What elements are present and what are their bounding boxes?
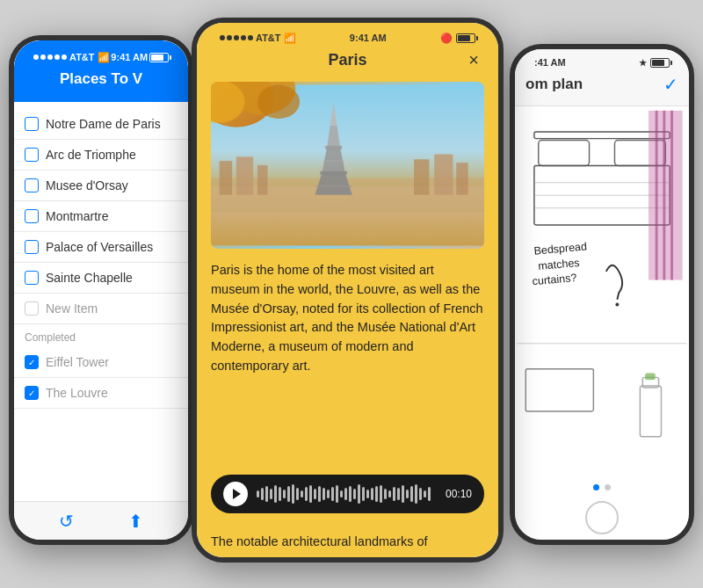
bluetooth-icon: 🔴 bbox=[440, 33, 453, 44]
c-sig-5 bbox=[248, 35, 253, 40]
svg-point-20 bbox=[257, 85, 300, 120]
wave-bar bbox=[274, 485, 277, 503]
audio-player[interactable]: 00:10 bbox=[211, 475, 484, 513]
todo-label-louvre: The Louvre bbox=[46, 386, 108, 400]
todo-label-eiffel: Eiffel Tower bbox=[46, 355, 109, 369]
wave-bar bbox=[393, 487, 395, 501]
todo-louvre[interactable]: The Louvre bbox=[14, 378, 188, 409]
wave-bar bbox=[331, 487, 334, 501]
c-sig-1 bbox=[220, 35, 225, 40]
todo-versailles[interactable]: Palace of Versailles bbox=[14, 232, 188, 263]
right-header: :41 AM ★ om plan ✓ bbox=[515, 49, 689, 106]
signal-dots bbox=[33, 54, 67, 60]
paris-image bbox=[211, 82, 484, 249]
checkbox-musee[interactable] bbox=[25, 178, 39, 192]
svg-point-35 bbox=[615, 303, 619, 307]
checkbox-versailles[interactable] bbox=[25, 240, 39, 254]
right-screen-title: om plan bbox=[525, 76, 583, 93]
scene: AT&T 📶 9:41 AM Places To V bbox=[0, 0, 703, 588]
center-header: AT&T 📶 9:41 AM 🔴 Paris × bbox=[197, 23, 498, 82]
right-battery-fill bbox=[652, 60, 664, 66]
battery-fill bbox=[151, 54, 163, 61]
wave-bar bbox=[279, 487, 281, 501]
center-screen: AT&T 📶 9:41 AM 🔴 Paris × bbox=[197, 23, 498, 557]
right-screen: :41 AM ★ om plan ✓ bbox=[515, 49, 689, 540]
c-sig-4 bbox=[241, 35, 246, 40]
upload-icon[interactable]: ⬆ bbox=[128, 511, 143, 532]
left-phone: AT&T 📶 9:41 AM Places To V bbox=[9, 35, 193, 545]
svg-rect-3 bbox=[220, 161, 232, 195]
battery bbox=[149, 53, 169, 62]
wave-bar bbox=[336, 485, 338, 503]
pager-dot-2 bbox=[605, 484, 611, 490]
wave-bar bbox=[419, 488, 422, 500]
svg-rect-39 bbox=[645, 374, 656, 381]
right-status-left: :41 AM bbox=[534, 57, 566, 68]
checkmark-button[interactable]: ✓ bbox=[663, 74, 678, 95]
play-button[interactable] bbox=[223, 482, 248, 506]
svg-text:curtains?: curtains? bbox=[532, 272, 577, 287]
wave-bar bbox=[314, 489, 316, 499]
wave-bar bbox=[380, 485, 382, 503]
svg-text:matches: matches bbox=[538, 257, 580, 272]
right-status-right: ★ bbox=[639, 58, 670, 68]
left-screen-title: Places To V bbox=[25, 67, 178, 93]
wave-bar bbox=[410, 486, 413, 502]
checkbox-new[interactable] bbox=[25, 301, 39, 316]
wave-bar bbox=[344, 488, 347, 500]
sketch-area: Bedspread matches curtains? bbox=[515, 106, 689, 479]
wave-bar bbox=[375, 486, 378, 502]
checkbox-eiffel[interactable] bbox=[25, 355, 39, 369]
todo-musee[interactable]: Musee d'Orsay bbox=[14, 171, 188, 201]
checkbox-louvre[interactable] bbox=[25, 386, 39, 400]
share-icon[interactable]: ↺ bbox=[59, 511, 74, 532]
todo-label-sainte: Sainte Chapelle bbox=[46, 271, 133, 285]
todo-eiffel[interactable]: Eiffel Tower bbox=[14, 347, 188, 378]
right-bluetooth-icon: ★ bbox=[639, 58, 647, 68]
center-status-bar: AT&T 📶 9:41 AM 🔴 bbox=[211, 28, 484, 47]
wave-bar bbox=[318, 486, 321, 502]
todo-label-arc: Arc de Triomphe bbox=[46, 148, 136, 162]
wave-bar bbox=[362, 487, 365, 501]
todo-new-item[interactable]: New Item bbox=[14, 294, 188, 324]
svg-rect-5 bbox=[257, 165, 268, 195]
wave-bar bbox=[397, 488, 400, 500]
center-screen-title: Paris bbox=[328, 51, 366, 69]
waveform bbox=[257, 483, 437, 505]
svg-rect-30 bbox=[663, 111, 665, 280]
todo-label-versailles: Palace of Versailles bbox=[46, 240, 153, 254]
c-sig-3 bbox=[234, 35, 239, 40]
wave-bar bbox=[349, 486, 352, 502]
wave-bar bbox=[428, 487, 431, 501]
svg-rect-6 bbox=[414, 159, 429, 194]
c-sig-2 bbox=[227, 35, 232, 40]
todo-notre-dame[interactable]: Notre Dame de Paris bbox=[14, 109, 188, 140]
todo-sainte[interactable]: Sainte Chapelle bbox=[14, 263, 188, 294]
todo-montmartre[interactable]: Montmartre bbox=[14, 201, 188, 232]
wave-bar bbox=[257, 490, 259, 497]
carrier-label: AT&T bbox=[69, 52, 95, 62]
wave-bar bbox=[305, 487, 308, 501]
todo-arc[interactable]: Arc de Triomphe bbox=[14, 140, 188, 171]
checkbox-montmartre[interactable] bbox=[25, 209, 39, 223]
wave-bar bbox=[292, 484, 294, 504]
svg-rect-8 bbox=[456, 163, 467, 195]
center-title-row: Paris × bbox=[211, 47, 484, 75]
svg-rect-14 bbox=[325, 146, 342, 149]
center-carrier: AT&T bbox=[256, 33, 281, 43]
center-status-right: 🔴 bbox=[440, 33, 475, 44]
wave-bar bbox=[270, 489, 272, 499]
close-button[interactable]: × bbox=[463, 50, 484, 71]
center-battery-fill bbox=[458, 35, 470, 41]
svg-rect-29 bbox=[656, 111, 658, 280]
left-screen: AT&T 📶 9:41 AM Places To V bbox=[14, 40, 188, 540]
checkbox-sainte[interactable] bbox=[25, 271, 39, 285]
right-status-bar: :41 AM ★ bbox=[525, 53, 678, 72]
center-phone: AT&T 📶 9:41 AM 🔴 Paris × bbox=[192, 18, 504, 563]
signal-dot-1 bbox=[33, 54, 39, 60]
checkbox-notre-dame[interactable] bbox=[25, 117, 39, 131]
checkbox-arc[interactable] bbox=[25, 148, 39, 162]
svg-rect-22 bbox=[539, 141, 590, 166]
home-button[interactable] bbox=[585, 501, 619, 534]
paris-description: Paris is the home of the most visited ar… bbox=[197, 249, 498, 468]
